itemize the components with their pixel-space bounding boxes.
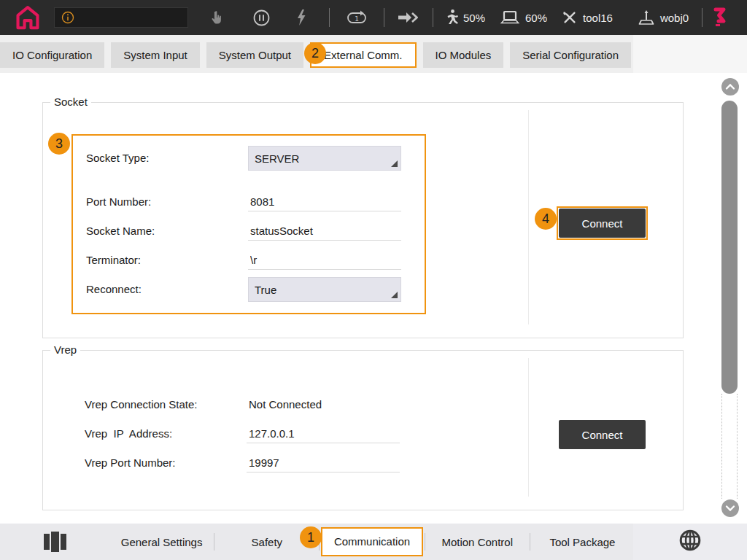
loop-once-icon[interactable]: 1 xyxy=(346,9,368,26)
vrep-state-row: Vrep Connection State: Not Connected xyxy=(43,395,683,414)
nav-communication[interactable]: Communication xyxy=(321,527,423,556)
external-comm-panel: Socket Socket Type: SERVER Port Number: xyxy=(0,73,747,524)
wobj-value: wobj0 xyxy=(660,12,689,24)
fast-forward-icon[interactable] xyxy=(398,11,418,24)
nav-tool-package[interactable]: Tool Package xyxy=(549,536,615,548)
scrollbar-track[interactable] xyxy=(721,394,738,499)
tab-io-modules[interactable]: IO Modules xyxy=(423,42,504,68)
tab-serial-configuration[interactable]: Serial Configuration xyxy=(510,42,631,68)
terminator-row: Terminator: xyxy=(73,251,425,270)
teach-pendant-screen: 1 50% 60% tool16 xyxy=(0,0,747,560)
vrep-state-value: Not Connected xyxy=(247,395,400,414)
socket-group-legend: Socket xyxy=(50,96,91,108)
socket-connect-button[interactable]: Connect xyxy=(559,209,646,238)
top-status-bar: 1 50% 60% tool16 xyxy=(0,0,747,35)
socket-settings-highlight-box: Socket Type: SERVER Port Number: Socket … xyxy=(71,134,426,314)
tabstrip-filler xyxy=(633,35,747,73)
socket-type-label: Socket Type: xyxy=(86,146,149,171)
chevron-down-icon xyxy=(725,502,735,515)
bottom-right-panel xyxy=(633,524,747,560)
hand-pointer-icon[interactable] xyxy=(209,9,225,26)
vrep-port-row: Vrep Port Number: xyxy=(43,454,683,472)
nav-cell: General Settings xyxy=(109,524,214,560)
robot-arm-icon[interactable] xyxy=(711,7,730,28)
step-badge-4: 4 xyxy=(535,208,557,230)
reconnect-row: Reconnect: True xyxy=(73,277,425,302)
nav-cell: Communication xyxy=(320,524,424,560)
columns-icon[interactable] xyxy=(42,530,67,556)
joystick-icon xyxy=(638,9,655,26)
globe-icon[interactable] xyxy=(678,528,703,556)
socket-type-row: Socket Type: SERVER xyxy=(73,146,425,171)
vrep-port-input[interactable] xyxy=(247,455,400,472)
reconnect-select[interactable]: True xyxy=(248,277,401,302)
monitor-status[interactable]: 60% xyxy=(500,10,547,25)
info-icon xyxy=(61,10,75,25)
terminator-input[interactable] xyxy=(248,252,401,270)
nav-motion-control[interactable]: Motion Control xyxy=(441,536,513,548)
step-badge-3: 3 xyxy=(48,133,70,155)
scroll-up-button[interactable] xyxy=(721,78,739,96)
tab-system-output[interactable]: System Output xyxy=(206,42,303,68)
running-person-icon xyxy=(444,9,458,26)
vrep-group-legend: Vrep xyxy=(50,343,80,356)
scrollbar-thumb[interactable] xyxy=(721,101,738,394)
nav-cell: Tool Package xyxy=(530,524,635,560)
nav-safety[interactable]: Safety xyxy=(252,536,283,548)
tab-system-input[interactable]: System Input xyxy=(111,42,200,68)
tab-io-configuration[interactable]: IO Configuration xyxy=(0,42,104,68)
pause-icon[interactable] xyxy=(252,9,271,27)
vrep-state-label: Vrep Connection State: xyxy=(85,395,198,414)
nav-general-settings[interactable]: General Settings xyxy=(121,536,203,548)
group-divider xyxy=(528,110,529,324)
vrep-connect-button[interactable]: Connect xyxy=(559,420,646,449)
divider xyxy=(384,8,384,27)
divider xyxy=(433,8,433,27)
tool-status[interactable]: tool16 xyxy=(562,9,613,26)
socket-type-select[interactable]: SERVER xyxy=(248,146,401,171)
bottom-nav: General Settings Safety Communication Mo… xyxy=(109,524,635,560)
monitor-value: 60% xyxy=(525,12,547,24)
vrep-group: Vrep Vrep Connection State: Not Connecte… xyxy=(42,350,684,510)
dropdown-corner-icon xyxy=(391,160,398,167)
svg-text:1: 1 xyxy=(355,15,359,23)
divider xyxy=(702,8,703,27)
reconnect-label: Reconnect: xyxy=(86,277,142,302)
socket-connect-highlight: Connect xyxy=(557,206,648,240)
wobj-status[interactable]: wobj0 xyxy=(638,9,689,26)
chevron-up-icon xyxy=(725,80,735,93)
tools-icon xyxy=(562,9,578,26)
reconnect-value: True xyxy=(255,284,276,296)
step-badge-1: 1 xyxy=(300,526,322,548)
speed-status[interactable]: 50% xyxy=(444,9,485,26)
scroll-down-button[interactable] xyxy=(721,499,739,517)
dropdown-corner-icon xyxy=(391,292,398,298)
home-icon[interactable] xyxy=(13,4,42,31)
config-tab-strip: IO Configuration System Input System Out… xyxy=(0,35,747,73)
socket-name-input[interactable] xyxy=(248,223,401,241)
tab-external-comm[interactable]: External Comm. xyxy=(310,42,417,68)
socket-name-label: Socket Name: xyxy=(86,222,155,241)
vrep-port-label: Vrep Port Number: xyxy=(85,454,176,472)
socket-group: Socket Socket Type: SERVER Port Number: xyxy=(42,102,684,338)
vrep-ip-label: Vrep IP Address: xyxy=(85,424,172,443)
bottom-nav-bar: General Settings Safety Communication Mo… xyxy=(0,524,747,560)
vrep-ip-input[interactable] xyxy=(247,426,400,443)
lightning-icon[interactable] xyxy=(295,9,307,26)
speed-value: 50% xyxy=(463,12,485,24)
divider xyxy=(329,8,330,27)
step-badge-2: 2 xyxy=(304,42,326,64)
laptop-icon xyxy=(500,10,520,25)
message-field[interactable] xyxy=(54,7,188,28)
tool-value: tool16 xyxy=(583,12,613,24)
socket-type-value: SERVER xyxy=(255,152,299,165)
socket-name-row: Socket Name: xyxy=(73,222,425,241)
terminator-label: Terminator: xyxy=(86,251,141,270)
port-number-label: Port Number: xyxy=(86,192,151,211)
port-number-row: Port Number: xyxy=(73,192,425,211)
nav-cell: Motion Control xyxy=(425,524,530,560)
port-number-input[interactable] xyxy=(248,194,401,211)
